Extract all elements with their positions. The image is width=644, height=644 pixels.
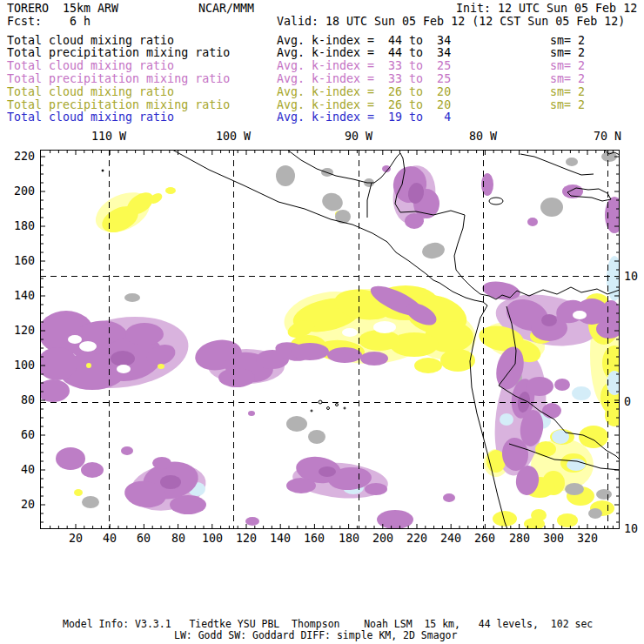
legend-row: Total cloud mixing ratio Avg. k-index = … <box>0 35 644 47</box>
axis-label-x: 220 <box>406 533 427 545</box>
legend-kindex: Avg. k-index = 44 to 34 <box>277 35 451 47</box>
map-plot <box>40 150 620 529</box>
torero-model-plot: TORERO 15km ARW NCAR/MMM Init: 12 UTC Su… <box>0 0 644 644</box>
physics-info-line: LW: Godd SW: Goddard DIFF: simple KM, 2D… <box>174 630 457 641</box>
legend-row: Total precipitation mixing ratio Avg. k-… <box>0 47 644 59</box>
legend-variable: Total cloud mixing ratio <box>7 111 174 124</box>
legend-kindex: Avg. k-index = 44 to 34 <box>277 47 451 59</box>
axis-label-x: 240 <box>440 533 461 545</box>
legend-smoothing: sm= 2 <box>550 86 585 98</box>
legend-row: Total cloud mixing ratio Avg. k-index = … <box>0 111 644 124</box>
axis-label-y: 160 <box>0 255 35 267</box>
legend-kindex: Avg. k-index = 26 to 20 <box>277 86 451 98</box>
legend-kindex: Avg. k-index = 33 to 25 <box>277 73 451 85</box>
legend-variable: Total cloud mixing ratio <box>7 86 174 98</box>
axis-label-y: 80 <box>0 394 35 406</box>
axis-label-x: 80 <box>171 533 185 545</box>
legend-variable: Total cloud mixing ratio <box>7 35 174 47</box>
axis-label-x: 280 <box>509 533 530 545</box>
axis-label-y: 120 <box>0 325 35 337</box>
legend-variable: Total cloud mixing ratio <box>7 60 174 72</box>
axis-label-x: 260 <box>474 533 495 545</box>
axis-label-longitude: 100 W <box>216 131 251 143</box>
legend-variable: Total precipitation mixing ratio <box>7 99 230 111</box>
legend-row: Total precipitation mixing ratio Avg. k-… <box>0 73 644 85</box>
axis-label-x: 180 <box>339 533 359 545</box>
axis-label-y: 40 <box>0 464 35 476</box>
axis-label-y: 140 <box>0 290 35 302</box>
axis-label-y: 100 <box>0 359 35 372</box>
axis-label-longitude: 90 W <box>345 131 372 143</box>
axis-label-x: 160 <box>304 533 325 545</box>
legend-row: Total cloud mixing ratio Avg. k-index = … <box>0 86 644 98</box>
axis-label-latitude: 0 <box>624 396 631 408</box>
legend-variable: Total precipitation mixing ratio <box>7 47 230 59</box>
fcst-label: Fcst: 6 h <box>7 16 91 28</box>
axis-label-x: 40 <box>103 533 117 545</box>
axis-label-x: 140 <box>270 533 291 545</box>
legend-smoothing: sm= 2 <box>550 99 585 111</box>
legend-smoothing: sm= 2 <box>550 35 585 47</box>
legend-smoothing: sm= 2 <box>550 47 585 59</box>
legend-kindex: Avg. k-index = 26 to 20 <box>277 99 451 111</box>
axis-label-y: 20 <box>0 499 35 511</box>
axis-label-y: 200 <box>0 185 35 198</box>
axis-label-x: 300 <box>543 533 564 545</box>
axis-label-longitude: 70 N <box>594 131 621 143</box>
legend-row: Total cloud mixing ratio Avg. k-index = … <box>0 60 644 72</box>
axis-label-longitude: 110 W <box>91 131 126 143</box>
axis-label-x: 100 <box>202 533 223 545</box>
init-time: Init: 12 UTC Sun 05 Feb 12 <box>456 3 637 15</box>
legend-variable: Total precipitation mixing ratio <box>7 73 230 85</box>
axis-label-latitude: 10 N <box>624 271 644 283</box>
legend-kindex: Avg. k-index = 19 to 4 <box>277 111 451 124</box>
legend-smoothing: sm= 2 <box>550 60 585 72</box>
center-title: NCAR/MMM <box>198 3 254 15</box>
legend-smoothing: sm= 2 <box>550 73 585 85</box>
axis-label-x: 20 <box>69 533 83 545</box>
model-title: TORERO 15km ARW <box>7 3 118 15</box>
axis-label-x: 200 <box>372 533 393 545</box>
valid-time: Valid: 18 UTC Sun 05 Feb 12 (12 CST Sun … <box>277 16 625 28</box>
axis-label-longitude: 80 W <box>469 131 497 143</box>
axis-label-y: 220 <box>0 151 35 163</box>
legend-kindex: Avg. k-index = 33 to 25 <box>277 60 451 72</box>
axis-label-y: 60 <box>0 429 35 441</box>
axis-label-latitude: 10 S <box>624 523 644 535</box>
axis-label-y: 180 <box>0 220 35 232</box>
axis-label-x: 320 <box>577 533 598 545</box>
axis-label-x: 60 <box>137 533 151 545</box>
map-canvas <box>40 150 620 529</box>
legend-row: Total precipitation mixing ratio Avg. k-… <box>0 99 644 111</box>
axis-label-x: 120 <box>236 533 257 545</box>
